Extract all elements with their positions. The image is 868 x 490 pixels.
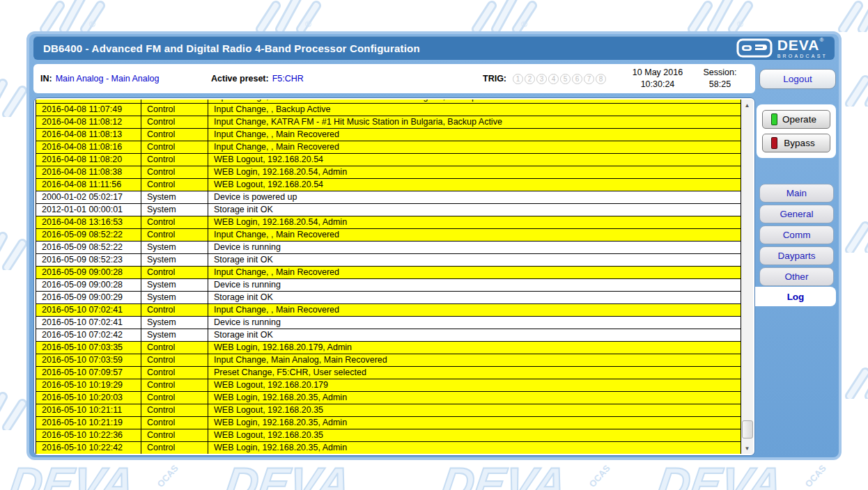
log-type-cell: Control — [141, 404, 208, 416]
trig-label: TRIG: — [483, 74, 506, 84]
table-row: 2016-04-08 13:16:53 Control WEB Login, 1… — [36, 216, 741, 229]
operate-bypass-panel: Operate Bypass — [757, 104, 836, 158]
deva-db-mark-icon — [736, 38, 773, 58]
log-type-cell: Control — [141, 229, 208, 241]
operate-button[interactable]: Operate — [762, 110, 830, 129]
bypass-button[interactable]: Bypass — [762, 134, 830, 152]
table-row: 2016-05-09 08:52:22 System Device is run… — [36, 242, 741, 254]
log-message-cell: Device is running — [208, 242, 741, 253]
trig-indicator: 1 — [513, 74, 523, 84]
log-time-cell: 2016-05-09 08:52:22 — [36, 242, 141, 253]
log-time-cell: 2012-01-01 00:00:01 — [36, 204, 141, 216]
log-type-cell: Control — [141, 216, 208, 228]
sidebar-nav-button[interactable]: Other — [759, 267, 834, 286]
deva-watermark-icon — [251, 0, 327, 32]
log-message-cell: Preset Change, F5:CHR, User selected — [208, 367, 741, 379]
log-type-cell: Control — [141, 429, 208, 441]
log-message-cell: Input Change, , Main Recovered — [208, 129, 741, 141]
log-type-cell: Control — [141, 116, 208, 128]
log-type-cell: Control — [141, 442, 208, 454]
input-value: Main Analog - Main Analog — [56, 74, 160, 84]
table-row: 2016-05-10 10:22:36 Control WEB Logout, … — [36, 429, 741, 442]
log-time-cell: 2016-05-10 10:22:36 — [36, 429, 141, 441]
log-type-cell: Control — [141, 367, 208, 379]
app-header: DB6400 - Advanced FM and Digital Radio 4… — [33, 36, 835, 60]
svg-text:OCAS: OCAS — [587, 463, 612, 489]
log-message-cell: WEB Login, 192.168.20.35, Admin — [208, 417, 741, 429]
table-row: 2016-05-10 10:20:03 Control WEB Login, 1… — [36, 392, 741, 404]
svg-text:DEVA: DEVA — [7, 458, 137, 490]
table-row: 2000-01-02 05:02:17 System Device is pow… — [36, 191, 741, 204]
svg-text:OCAS: OCAS — [155, 463, 180, 489]
log-message-cell: Input Change, KATRA FM - #1 Hit Music St… — [208, 100, 741, 103]
deva-watermark-icon — [35, 0, 111, 32]
log-message-cell: WEB Logout, 192.168.20.54 — [208, 179, 741, 191]
log-message-cell: Device is running — [208, 279, 741, 291]
scroll-up-arrow-icon[interactable]: ▲ — [741, 100, 753, 111]
table-row: 2016-04-08 11:08:12 Control Input Change… — [36, 116, 741, 129]
log-time-cell: 2016-05-09 08:52:23 — [36, 254, 141, 266]
log-time-cell: 2016-04-08 11:08:12 — [36, 116, 141, 128]
log-type-cell: System — [141, 292, 208, 303]
log-message-cell: WEB Logout, 192.168.20.35 — [208, 404, 741, 416]
log-message-cell: WEB Login, 192.168.20.54, Admin — [208, 216, 741, 228]
log-message-cell: Input Change, , Main Recovered — [208, 141, 741, 153]
log-time-cell: 2016-05-10 07:02:41 — [36, 304, 141, 316]
sidebar-nav-button[interactable]: General — [759, 205, 834, 223]
active-preset-label: Active preset: — [211, 74, 269, 84]
log-time-cell: 2016-05-10 07:03:59 — [36, 354, 141, 366]
watermark-reg: ® — [737, 19, 743, 29]
log-message-cell: WEB Login, 192.168.20.54, Admin — [208, 166, 741, 178]
input-label: IN: — [40, 74, 52, 84]
watermark-reg: ® — [305, 19, 311, 29]
deva-watermark-icon — [683, 0, 759, 32]
trig-indicators: 12345678 — [513, 74, 606, 84]
log-time-cell: 2016-05-10 10:21:19 — [36, 417, 141, 429]
table-row: 2016-05-10 10:22:42 Control WEB Login, 1… — [36, 442, 741, 454]
log-type-cell: Control — [141, 104, 208, 116]
log-type-cell: Control — [141, 179, 208, 191]
scroll-down-arrow-icon[interactable]: ▼ — [741, 443, 753, 454]
log-type-cell: Control — [141, 100, 208, 103]
table-row: 2016-04-08 11:08:16 Control Input Change… — [36, 141, 741, 154]
log-type-cell: Control — [141, 166, 208, 178]
watermark-small-text: OCAS — [582, 458, 630, 490]
tab-log-active[interactable]: Log — [755, 287, 836, 306]
log-type-cell: System — [141, 317, 208, 329]
log-time-cell: 2016-05-10 10:19:29 — [36, 379, 141, 391]
log-viewport: 2016-04-08 11:07:45 Control Input Change… — [36, 100, 741, 454]
table-row: 2016-05-10 07:09:57 Control Preset Chang… — [36, 367, 741, 379]
log-type-cell: Control — [141, 392, 208, 404]
log-time-cell: 2016-04-08 11:07:49 — [36, 104, 141, 116]
vertical-scrollbar[interactable]: ▲ ▼ — [741, 100, 753, 454]
watermark-small-text: OCAS — [798, 458, 846, 490]
page-background: ® ® ® ® DEVA DEVA DEVA DEVA OCAS OCAS OC… — [0, 0, 868, 490]
table-row: 2016-05-10 07:03:59 Control Input Change… — [36, 354, 741, 367]
log-type-cell: System — [141, 204, 208, 216]
log-message-cell: Input Change, , Main Recovered — [208, 267, 741, 278]
bypass-led-icon — [771, 137, 777, 149]
session-label: Session: — [687, 67, 753, 79]
sidebar-nav-button[interactable]: Main — [759, 184, 834, 203]
log-message-cell: Input Change, , Main Recovered — [208, 304, 741, 316]
trig-indicator: 3 — [536, 74, 547, 84]
log-time-cell: 2016-05-10 10:22:42 — [36, 442, 141, 454]
logout-button[interactable]: Logout — [759, 69, 836, 89]
log-time-cell: 2016-05-10 10:21:11 — [36, 404, 141, 416]
deva-watermark-icon — [833, 0, 868, 32]
trig-indicator: 5 — [560, 74, 571, 84]
deva-watermark-icon — [840, 66, 868, 106]
log-time-cell: 2016-05-10 07:02:41 — [36, 317, 141, 329]
svg-text:DEVA: DEVA — [223, 458, 353, 490]
time-value: 10:30:24 — [623, 79, 692, 90]
datetime-display: 10 May 2016 10:30:24 — [623, 64, 692, 93]
sidebar-nav-button[interactable]: Comm — [759, 226, 834, 244]
table-row: 2016-05-09 09:00:29 System Storage init … — [36, 292, 741, 304]
table-row: 2016-04-08 11:11:56 Control WEB Logout, … — [36, 179, 741, 191]
sidebar-nav-button[interactable]: Dayparts — [759, 246, 834, 265]
scrollbar-thumb[interactable] — [742, 420, 753, 438]
log-type-cell: Control — [141, 267, 208, 278]
table-row: 2012-01-01 00:00:01 System Storage init … — [36, 204, 741, 216]
active-preset-value: F5:CHR — [272, 74, 304, 84]
log-time-cell: 2016-05-10 07:09:57 — [36, 367, 141, 379]
